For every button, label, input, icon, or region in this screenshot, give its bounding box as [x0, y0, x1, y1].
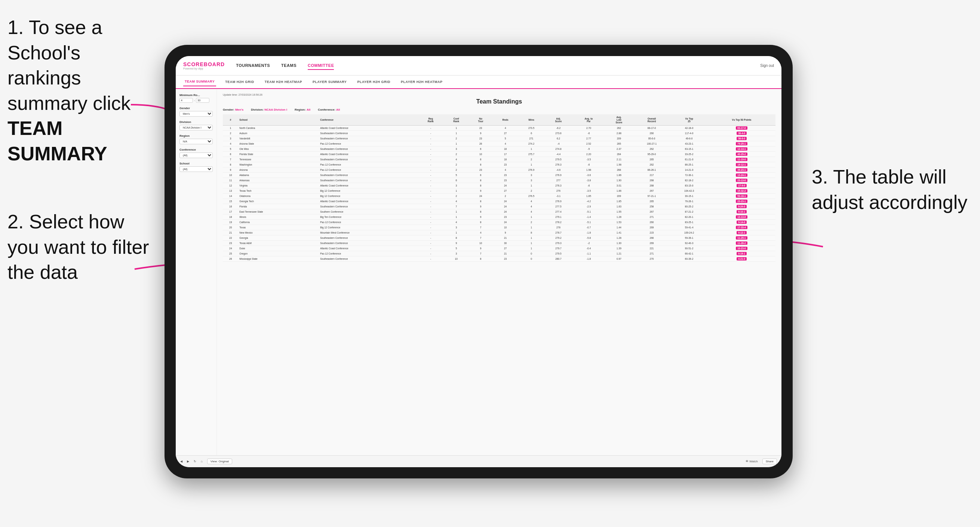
toolbar-refresh[interactable]: ↻: [194, 460, 196, 463]
filter-minimum-rank-label: Minimum Ro...: [180, 94, 213, 97]
tab-team-h2h-grid[interactable]: TEAM H2H GRID: [224, 78, 256, 86]
filter-rank-row: -: [180, 98, 213, 103]
col-vs-top-25: Vs Top25: [670, 114, 708, 125]
filter-group-division: Division NCAA Division I: [180, 121, 213, 130]
nav-committee[interactable]: COMMITTEE: [308, 62, 334, 70]
share-button[interactable]: Share: [762, 459, 777, 464]
toolbar-home[interactable]: ⌂: [201, 460, 203, 463]
col-rnds: Rnds: [492, 114, 518, 125]
filter-gender-label: Gender: [180, 106, 213, 110]
logo-area: SCOREBOARD Powered by clipp: [183, 61, 225, 70]
tab-player-summary[interactable]: PLAYER SUMMARY: [311, 78, 348, 86]
filter-division-select[interactable]: NCAA Division I: [180, 125, 213, 130]
filter-conference-label: Conference: [180, 148, 213, 151]
table-row: 18IllinoisBig Ten Conference-19231279.1-…: [223, 214, 775, 220]
filter-school-select[interactable]: (All): [180, 166, 213, 172]
instruction-step3: 3. The table will adjust accordingly: [812, 165, 969, 215]
filter-region-select[interactable]: N/A: [180, 139, 213, 144]
filters-panel: Minimum Ro... - Gender Men's Women's D: [176, 89, 217, 455]
table-row: 8WashingtonPac-12 Conference-28231276.3-…: [223, 162, 775, 167]
filter-rank-max-input[interactable]: [196, 98, 209, 103]
table-row: 19CaliforniaPac-12 Conference-48242278.2…: [223, 220, 775, 225]
toolbar-nav-prev[interactable]: ◀: [180, 460, 183, 463]
table-row: 24DukeAtlantic Coast Conference-59271279…: [223, 246, 775, 251]
table-row: 23Texas A&MSoutheastern Conference-91030…: [223, 241, 775, 246]
col-school: School: [238, 114, 319, 125]
filter-group-conference: Conference (All): [180, 148, 213, 158]
filter-group-minimum-rank: Minimum Ro... -: [180, 94, 213, 103]
table-row: 10AlabamaSoutheastern Conference-5623327…: [223, 173, 775, 178]
table-row: 20TexasBig 12 Conference-37101278-0.71.4…: [223, 225, 775, 230]
table-row: 13Texas TechBig 12 Conference-19272276-3…: [223, 188, 775, 194]
filter-gender-select[interactable]: Men's Women's: [180, 111, 213, 117]
toolbar-watch[interactable]: 👁 Watch: [746, 460, 758, 463]
filter-region-label: Region: [180, 134, 213, 138]
sub-nav: TEAM SUMMARY TEAM H2H GRID TEAM H2H HEAT…: [176, 76, 781, 89]
col-overall: OverallRecord: [633, 114, 670, 125]
table-row: 11ArkansasSoutheastern Conference-682332…: [223, 178, 775, 183]
table-row: 15Georgia TechAtlantic Coast Conference-…: [223, 199, 775, 204]
table-header: # School Conference RegRank ConfRank NoT…: [223, 114, 775, 125]
filter-school-label: School: [180, 162, 213, 165]
app-header: SCOREBOARD Powered by clipp TOURNAMENTS …: [176, 56, 781, 76]
col-vs-top-50: Vs Top 50 Points: [708, 114, 775, 125]
nav-teams[interactable]: TEAMS: [281, 62, 296, 70]
filter-group-gender: Gender Men's Women's: [180, 106, 213, 117]
instruction-step2: 2. Select how you want to filter the dat…: [8, 209, 150, 285]
table-row: 9ArizonaPac-12 Conference-2234276.9-4.61…: [223, 167, 775, 173]
col-adj-score: Adj.Score: [544, 114, 573, 125]
col-avg-par: Avg. toPar: [573, 114, 605, 125]
col-reg-rank: RegRank: [418, 114, 444, 125]
table-row: 7TennesseeSoutheastern Conference-461822…: [223, 157, 775, 162]
table-row: 26Mississippi StateSoutheastern Conferen…: [223, 256, 775, 262]
col-conf-rank: ConfRank: [444, 114, 469, 125]
filter-bar: Gender: Men's Division: NCAA Division I …: [223, 108, 775, 111]
filter-division-label: Division: [180, 121, 213, 124]
table-row: 6Florida StateAtlantic Coast Conference-…: [223, 152, 775, 157]
table-row: 17East Tennessee StateSouthern Conferenc…: [223, 209, 775, 214]
table-area: Update time: 27/03/2024 16:56:26 Team St…: [217, 89, 781, 455]
main-content: Minimum Ro... - Gender Men's Women's D: [176, 89, 781, 455]
section-title: Team Standings: [223, 98, 775, 105]
table-row: 2AuburnSoutheastern Conference-19276273.…: [223, 131, 775, 136]
app-logo-sub: Powered by clipp: [183, 67, 203, 70]
filter-conference-select[interactable]: (All): [180, 152, 213, 158]
view-original-button[interactable]: View: Original: [207, 459, 232, 464]
table-body: 1North CarolinaAtlantic Coast Conference…: [223, 125, 775, 262]
table-row: 16FloridaSoutheastern Conference-7924427…: [223, 204, 775, 209]
update-time: Update time: 27/03/2024 16:56:26: [223, 94, 775, 96]
filter-group-region: Region N/A: [180, 134, 213, 144]
table-row: 14OklahomaBig 12 Conference-2242276.5-3.…: [223, 194, 775, 199]
sign-out-link[interactable]: Sign out: [760, 63, 774, 68]
table-row: 4Arizona StatePac-12 Conference-1264274.…: [223, 141, 775, 146]
table-row: 5Ole MissSoutheastern Conference-3618127…: [223, 146, 775, 152]
tab-player-h2h-heatmap[interactable]: PLAYER H2H HEATMAP: [399, 78, 444, 86]
main-nav: TOURNAMENTS TEAMS COMMITTEE: [236, 62, 760, 70]
col-conference: Conference: [319, 114, 418, 125]
table-row: 1North CarolinaAtlantic Coast Conference…: [223, 125, 775, 131]
tablet-screen: SCOREBOARD Powered by clipp TOURNAMENTS …: [176, 56, 781, 467]
filter-group-school: School (All): [180, 162, 213, 172]
standings-table: # School Conference RegRank ConfRank NoT…: [223, 114, 775, 262]
col-wins: Wins: [518, 114, 544, 125]
col-no-tour: NoTour: [469, 114, 492, 125]
tab-player-h2h-grid[interactable]: PLAYER H2H GRID: [356, 78, 392, 86]
filter-rank-min-input[interactable]: [180, 98, 193, 103]
table-row: 12VirginiaAtlantic Coast Conference-3824…: [223, 183, 775, 188]
table-row: 22GeorgiaSoutheastern Conference-8721127…: [223, 235, 775, 241]
bottom-toolbar: ◀ ▶ ↻ ⌂ View: Original 👁 Watch Share: [176, 455, 781, 467]
table-row: 21New MexicoMountain West Conference-149…: [223, 230, 775, 235]
tab-team-summary[interactable]: TEAM SUMMARY: [183, 77, 216, 86]
nav-tournaments[interactable]: TOURNAMENTS: [236, 62, 270, 70]
app-logo: SCOREBOARD: [183, 61, 225, 67]
table-row: 25OregonPac-12 Conference-37210279.5-1.1…: [223, 251, 775, 256]
col-avg-low: Avg.LowScore: [605, 114, 633, 125]
toolbar-nav-next[interactable]: ▶: [187, 460, 189, 463]
tab-team-h2h-heatmap[interactable]: TEAM H2H HEATMAP: [263, 78, 304, 86]
table-row: 3VanderbiltSoutheastern Conference-22352…: [223, 136, 775, 141]
col-rank: #: [223, 114, 238, 125]
tablet-device: SCOREBOARD Powered by clipp TOURNAMENTS …: [164, 45, 793, 478]
